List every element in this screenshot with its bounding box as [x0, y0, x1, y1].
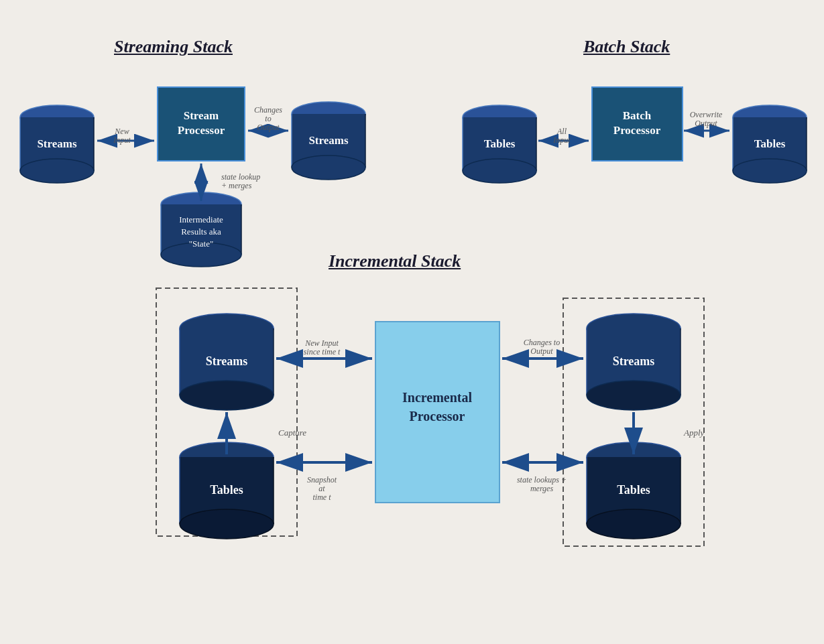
svg-text:to: to	[265, 114, 271, 123]
svg-text:Processor: Processor	[410, 409, 465, 424]
svg-text:+ merges: + merges	[221, 181, 252, 190]
svg-text:at: at	[318, 484, 325, 493]
svg-point-43	[463, 159, 536, 183]
svg-point-25	[161, 243, 241, 267]
svg-rect-49	[733, 117, 807, 171]
svg-text:Changes: Changes	[254, 105, 282, 115]
svg-text:Tables: Tables	[484, 137, 516, 150]
svg-point-90	[587, 381, 681, 410]
svg-text:Streams: Streams	[613, 355, 655, 368]
svg-rect-7	[20, 117, 94, 171]
svg-rect-93	[587, 457, 681, 524]
svg-point-39	[463, 105, 536, 129]
svg-point-62	[180, 314, 274, 343]
svg-rect-22	[161, 204, 241, 255]
svg-rect-87	[587, 328, 681, 395]
svg-point-21	[161, 192, 241, 216]
svg-point-68	[180, 442, 274, 472]
svg-text:Results aka: Results aka	[181, 227, 221, 237]
svg-point-66	[180, 381, 274, 410]
svg-text:since time t: since time t	[304, 347, 341, 357]
svg-point-10	[20, 159, 94, 183]
svg-text:"State": "State"	[189, 239, 214, 249]
svg-text:Output: Output	[695, 119, 717, 128]
svg-text:state lookup: state lookup	[221, 172, 260, 182]
svg-point-92	[587, 442, 681, 472]
svg-rect-60	[156, 288, 297, 536]
diagram-container: Streaming Stack Batch Stack Incremental …	[0, 0, 824, 644]
svg-text:Snapshot: Snapshot	[307, 475, 337, 485]
incremental-stack-title: Incremental Stack	[329, 251, 461, 271]
svg-point-96	[587, 509, 681, 539]
svg-text:Streams: Streams	[206, 355, 248, 368]
svg-text:Incremental: Incremental	[402, 390, 472, 405]
svg-text:Processor: Processor	[613, 124, 661, 137]
svg-text:Tables: Tables	[210, 483, 243, 497]
svg-text:Intermediate: Intermediate	[179, 214, 223, 224]
svg-text:Input: Input	[113, 135, 131, 145]
batch-stack-title: Batch Stack	[583, 37, 670, 57]
svg-rect-61	[563, 298, 704, 546]
svg-rect-63	[180, 328, 274, 395]
svg-text:Processor: Processor	[178, 124, 225, 137]
svg-rect-76	[375, 322, 499, 503]
svg-point-19	[292, 155, 365, 180]
svg-rect-16	[292, 114, 365, 168]
svg-text:Batch: Batch	[623, 109, 652, 122]
svg-text:Output: Output	[257, 123, 280, 132]
svg-point-6	[20, 105, 94, 129]
svg-point-48	[733, 105, 807, 129]
svg-rect-12	[158, 87, 245, 161]
svg-text:Streams: Streams	[308, 134, 349, 147]
svg-text:Streams: Streams	[37, 137, 77, 150]
svg-text:Changes to: Changes to	[524, 338, 560, 347]
svg-text:state lookups +: state lookups +	[517, 475, 567, 485]
svg-text:Output: Output	[530, 346, 553, 356]
streaming-stack-title: Streaming Stack	[114, 37, 233, 57]
svg-text:Tables: Tables	[617, 483, 650, 497]
svg-text:Overwrite: Overwrite	[690, 110, 723, 119]
svg-rect-40	[463, 117, 536, 171]
svg-point-86	[587, 314, 681, 343]
svg-point-15	[292, 102, 365, 126]
svg-text:New Input: New Input	[304, 338, 339, 348]
svg-text:merges: merges	[530, 484, 554, 493]
svg-text:time t: time t	[313, 493, 332, 502]
svg-point-72	[180, 509, 274, 539]
svg-text:Tables: Tables	[754, 137, 786, 150]
svg-text:Input: Input	[552, 135, 571, 145]
svg-text:Capture: Capture	[278, 428, 306, 438]
svg-text:Apply: Apply	[683, 428, 705, 438]
svg-text:Stream: Stream	[184, 109, 219, 122]
svg-text:All: All	[556, 127, 567, 136]
svg-rect-45	[592, 87, 683, 161]
svg-point-52	[733, 159, 807, 183]
svg-rect-69	[180, 457, 274, 524]
svg-text:New: New	[114, 127, 129, 136]
